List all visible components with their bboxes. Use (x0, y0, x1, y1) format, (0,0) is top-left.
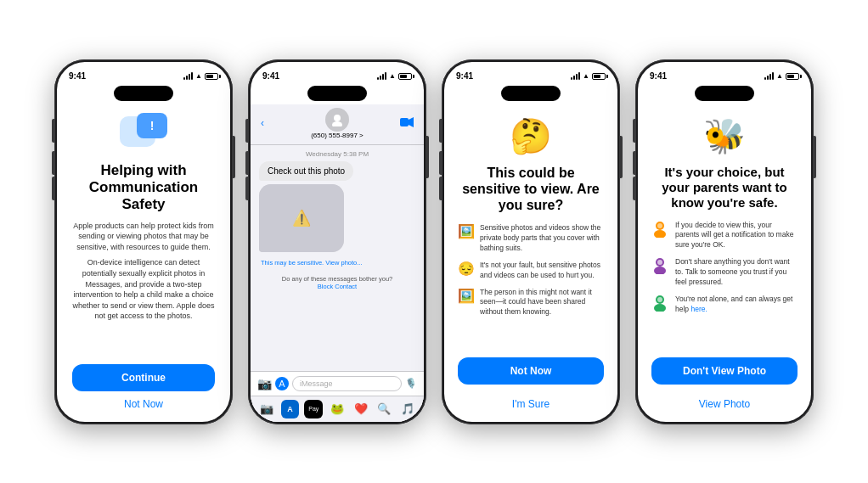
reason-text-2: It's not your fault, but sensitive photo… (480, 261, 604, 281)
dynamic-island-4 (695, 86, 754, 101)
contact-number: (650) 555-8997 > (311, 132, 364, 139)
reason-emoji-2: 😔 (458, 261, 475, 277)
here-link[interactable]: here. (690, 305, 707, 313)
messages-nav: ‹ (650) 555-8997 > (251, 104, 424, 145)
svg-point-9 (657, 260, 662, 265)
chevron-left-icon: ‹ (261, 117, 264, 129)
applepay-icon[interactable]: Pay (304, 400, 323, 418)
status-bar-4: 9:41 ▲ (638, 62, 811, 86)
wifi-icon-2: ▲ (389, 72, 396, 80)
photo-message-bubble: ⚠️ (259, 184, 344, 252)
status-bar-3: 9:41 ▲ (444, 62, 617, 86)
text-message-bubble: Check out this photo (259, 161, 353, 181)
camera-app-icon[interactable]: 📷 (257, 400, 276, 418)
reason-emoji-1: 🖼️ (458, 223, 475, 239)
parent-list: If you decide to view this, your parents… (651, 221, 798, 315)
bother-text: Do any of these messages bother you? Blo… (251, 275, 424, 290)
svg-point-0 (334, 115, 341, 121)
continue-button[interactable]: Continue (72, 364, 215, 391)
im-sure-link[interactable]: I'm Sure (512, 398, 550, 410)
phone1-body1: Apple products can help protect kids fro… (72, 221, 215, 253)
reason-list: 🖼️ Sensitive photos and videos show the … (458, 223, 604, 317)
status-icons-3: ▲ (571, 72, 606, 80)
not-now-button[interactable]: Not Now (458, 357, 604, 385)
parent-text-3: You're not alone, and can always get hel… (675, 295, 798, 315)
phone-1: 9:41 ▲ (54, 59, 233, 424)
parent-emoji-2 (651, 257, 670, 278)
heart-icon[interactable]: ❤️ (352, 400, 370, 418)
camera-button[interactable]: 📷 (257, 377, 272, 390)
exclamation-icon: ! (150, 119, 155, 132)
music-icon[interactable]: 🎵 (398, 400, 417, 418)
back-button[interactable]: ‹ (261, 117, 264, 129)
status-icons-2: ▲ (377, 72, 412, 80)
reason-item-2: 😔 It's not your fault, but sensitive pho… (458, 261, 604, 281)
reason-item-3: 🖼️ The person in this might not want it … (458, 288, 604, 318)
chat-bubble-foreground: ! (137, 113, 167, 138)
dont-view-photo-button[interactable]: Don't View Photo (651, 357, 798, 385)
parent-item-1: If you decide to view this, your parents… (651, 221, 798, 251)
time-4: 9:41 (650, 71, 667, 81)
phone3-screen: 🤔 This could be sensitive to view. Are y… (444, 104, 617, 422)
contact-avatar (325, 108, 349, 132)
svg-point-5 (654, 230, 666, 238)
parent-text-1: If you decide to view this, your parents… (675, 221, 798, 251)
phone4-screen: 🐝 It's your choice, but your parents wan… (638, 104, 811, 422)
signal-icon-3 (571, 73, 580, 80)
wifi-icon-4: ▲ (776, 72, 783, 80)
apps-bar: 📷 A Pay 🐸 ❤️ 🔍 🎵 (251, 396, 424, 422)
message-date: Wednesday 5:38 PM (251, 150, 424, 158)
phone3-title: This could be sensitive to view. Are you… (458, 165, 604, 214)
dynamic-island-3 (501, 86, 561, 101)
phone2-screen: ‹ (650) 555-8997 > (251, 104, 424, 422)
view-photo-link[interactable]: View photo... (325, 259, 362, 267)
reason-text-1: Sensitive photos and videos show the pri… (480, 223, 604, 254)
sensitive-text: This may be sensitive. (261, 259, 325, 267)
time-3: 9:41 (456, 71, 473, 81)
parent-item-3: You're not alone, and can always get hel… (651, 295, 798, 315)
appstore-app-icon[interactable]: A (281, 400, 300, 418)
memoji-icon[interactable]: 🐸 (328, 400, 347, 418)
phone4-title: It's your choice, but your parents want … (651, 165, 798, 211)
appstore-button[interactable]: A (275, 377, 289, 390)
phone-3: 9:41 ▲ 🤔 This could be s (442, 59, 620, 424)
phone-4: 9:41 ▲ 🐝 It's your choic (635, 59, 814, 424)
phone1-title: Helping with Communication Safety (72, 162, 215, 214)
warning-triangle-icon: ⚠️ (292, 209, 311, 227)
signal-icon-2 (377, 73, 386, 80)
status-bar-1: 9:41 ▲ (57, 62, 230, 86)
svg-point-11 (654, 304, 666, 312)
phone1-screen: ! Helping with Communication Safety Appl… (57, 104, 230, 422)
message-bubbles: Check out this photo ⚠️ This may be sens… (251, 161, 424, 267)
signal-icon (183, 73, 193, 80)
search-app-icon[interactable]: 🔍 (375, 400, 394, 418)
contact-info[interactable]: (650) 555-8997 > (311, 108, 364, 139)
reason-item-1: 🖼️ Sensitive photos and videos show the … (458, 223, 604, 254)
parent-item-2: Don't share anything you don't want to. … (651, 257, 798, 288)
time-2: 9:41 (262, 71, 279, 81)
not-now-link-1[interactable]: Not Now (124, 398, 163, 410)
reason-emoji-3: 🖼️ (458, 288, 475, 304)
view-photo-link-btn[interactable]: View Photo (699, 398, 751, 410)
thinking-emoji: 🤔 (510, 116, 552, 156)
video-call-icon[interactable] (400, 116, 414, 130)
imessage-placeholder: iMessage (300, 379, 333, 388)
audio-button[interactable]: 🎙️ (405, 378, 417, 389)
battery-icon-2 (398, 73, 412, 80)
reason-text-3: The person in this might not want it see… (480, 288, 604, 318)
phone1-body2: On-device intelligence can detect potent… (72, 257, 215, 322)
block-contact-link[interactable]: Block Contact (318, 283, 357, 290)
wifi-icon: ▲ (195, 72, 202, 80)
parent-emoji-3 (651, 295, 670, 315)
dynamic-island-2 (307, 86, 367, 101)
battery-icon (205, 73, 218, 80)
svg-point-12 (657, 297, 662, 302)
phone-2: 9:41 ▲ (248, 59, 426, 424)
svg-point-1 (332, 121, 342, 126)
svg-point-6 (657, 223, 662, 228)
battery-icon-4 (786, 73, 799, 80)
status-icons-4: ▲ (764, 72, 799, 80)
svg-marker-3 (409, 117, 414, 127)
message-input[interactable]: iMessage (292, 376, 402, 391)
status-icons-1: ▲ (183, 72, 218, 80)
